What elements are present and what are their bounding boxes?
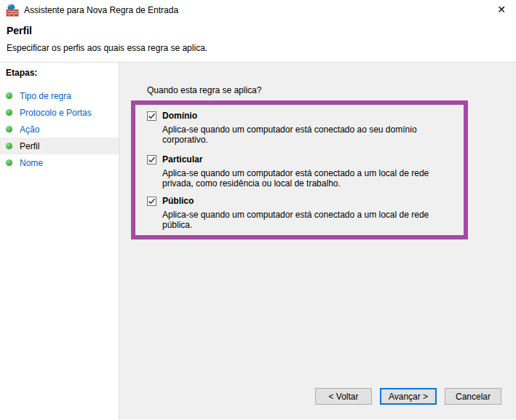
step-dot-icon (6, 109, 12, 116)
checkbox-dominio[interactable] (147, 111, 156, 121)
firewall-icon (6, 4, 19, 17)
sidebar-item-perfil[interactable]: Perfil (0, 138, 119, 154)
step-label: Nome (20, 158, 43, 168)
step-label: Protocolo e Portas (20, 108, 92, 118)
profile-group-publico: Público Aplica-se quando um computador e… (147, 196, 456, 230)
back-button[interactable]: < Voltar (315, 388, 372, 405)
profile-group-particular: Particular Aplica-se quando um computado… (147, 154, 456, 189)
window-title: Assistente para Nova Regra de Entrada (24, 5, 178, 15)
step-label: Ação (20, 124, 39, 135)
checkbox-label-publico[interactable]: Público (162, 196, 194, 206)
profile-description-publico: Aplica-se quando um computador está cone… (162, 210, 455, 230)
step-label: Perfil (20, 141, 39, 151)
highlight-annotation-box: Domínio Aplica-se quando um computador e… (131, 100, 468, 239)
step-dot-icon (6, 92, 12, 99)
cancel-button[interactable]: Cancelar (445, 388, 501, 405)
sidebar-item-nome[interactable]: Nome (0, 154, 119, 171)
page-header: Perfil Especificar os perfis aos quais e… (0, 20, 516, 63)
profile-question: Quando esta regra se aplica? (147, 85, 261, 95)
check-icon (148, 156, 156, 164)
step-dot-icon (6, 126, 12, 132)
checkbox-particular[interactable] (147, 155, 156, 165)
profile-description-particular: Aplica-se quando um computador está cone… (162, 168, 455, 189)
check-icon (148, 112, 156, 120)
page-title: Perfil (7, 20, 516, 36)
titlebar: Assistente para Nova Regra de Entrada ✕ (0, 0, 516, 20)
steps-heading: Etapas: (0, 63, 119, 78)
check-icon (148, 197, 156, 205)
next-button[interactable]: Avançar > (380, 388, 437, 405)
page-subtitle: Especificar os perfis aos quais essa reg… (7, 36, 516, 53)
profile-description-dominio: Aplica-se quando um computador está cone… (162, 124, 455, 145)
sidebar-item-protocolo-e-portas[interactable]: Protocolo e Portas (0, 104, 119, 121)
step-dot-icon (6, 143, 12, 149)
wizard-body: Etapas: Tipo de regra Protocolo e Portas… (0, 63, 516, 419)
checkbox-label-dominio[interactable]: Domínio (162, 111, 197, 121)
profile-group-dominio: Domínio Aplica-se quando um computador e… (147, 111, 456, 145)
steps-list: Tipo de regra Protocolo e Portas Ação Pe… (0, 87, 119, 171)
checkbox-label-particular[interactable]: Particular (162, 154, 202, 165)
step-dot-icon (6, 159, 12, 166)
sidebar-item-tipo-de-regra[interactable]: Tipo de regra (0, 87, 119, 104)
main-panel: Quando esta regra se aplica? Domínio Apl… (119, 63, 516, 419)
steps-sidebar: Etapas: Tipo de regra Protocolo e Portas… (0, 63, 119, 419)
step-label: Tipo de regra (20, 91, 71, 101)
button-row: < Voltar Avançar > Cancelar (315, 388, 501, 405)
wizard-window: Assistente para Nova Regra de Entrada ✕ … (0, 0, 516, 420)
close-icon[interactable]: ✕ (491, 0, 512, 19)
checkbox-publico[interactable] (147, 197, 156, 206)
sidebar-item-acao[interactable]: Ação (0, 121, 119, 138)
